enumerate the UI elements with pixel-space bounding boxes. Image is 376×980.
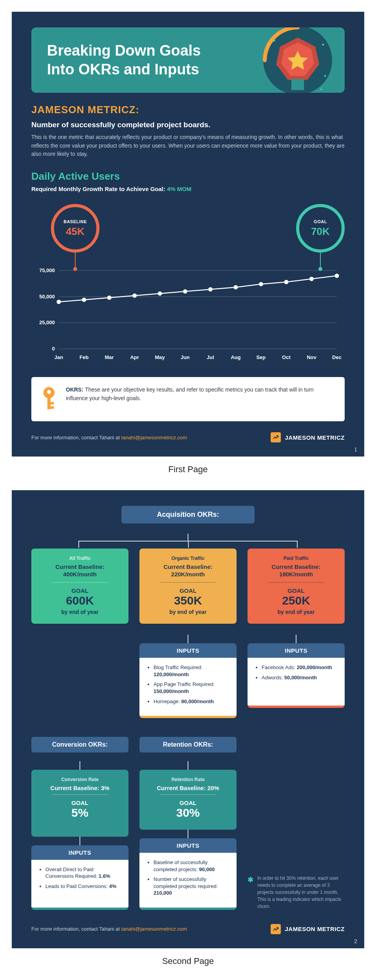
svg-rect-45 [50, 402, 54, 404]
svg-text:75,000: 75,000 [39, 267, 55, 273]
baseline-stem [75, 253, 76, 269]
svg-text:Apr: Apr [130, 354, 139, 360]
svg-point-25 [233, 285, 238, 289]
svg-text:Aug: Aug [231, 354, 240, 360]
brand-logo: JAMESON METRICZ [271, 924, 345, 934]
input-item: Blog Traffic Required: 120,000/month [154, 664, 230, 678]
input-item: App Page Traffic Required: 150,000/month [154, 681, 230, 695]
growth-rate-line: Required Monthly Growth Rate to Achieve … [31, 186, 345, 192]
footer-contact: For more information, contact Tahani at … [31, 435, 187, 440]
goal-ring: GOAL 70K [296, 204, 345, 253]
dau-chart: BASELINE 45K GOAL 70K 025,00050,00075,00… [31, 204, 345, 366]
brand-logo-icon [271, 924, 281, 934]
inputs-retention: INPUTS Baseline of successfully complete… [139, 838, 237, 910]
svg-text:Nov: Nov [307, 354, 316, 360]
input-item: Leads to Paid Conversions: 4% [45, 883, 121, 890]
svg-text:Sep: Sep [256, 354, 266, 360]
acquisition-header: Acquisition OKRs: [121, 506, 255, 523]
input-item: Facebook Ads: 200,000/month [262, 664, 338, 671]
okrs-info-box: OKRS: These are your objective key resul… [31, 377, 345, 421]
svg-point-8 [324, 75, 326, 77]
svg-text:Mar: Mar [105, 354, 114, 360]
baseline-ring: BASELINE 45K [51, 204, 99, 253]
input-item: Baseline of successfully completed proje… [154, 859, 230, 873]
input-item: Overall Direct to Paid Conversions Requi… [45, 866, 121, 880]
input-item: Homepage: 80,000/month [154, 698, 230, 705]
page-number: 2 [354, 938, 357, 944]
svg-text:Dec: Dec [332, 354, 342, 360]
card-organic-traffic: Organic Traffic Current Baseline: 220K/m… [139, 549, 237, 624]
retention-note: ✱ In order to hit 30% retention, each us… [248, 851, 345, 910]
svg-point-24 [208, 287, 213, 292]
section-title-jameson: JAMESON METRICZ: [31, 104, 345, 116]
footer-contact: For more information, contact Tahani at … [31, 926, 187, 932]
hero-title: Breaking Down Goals Into OKRs and Inputs [47, 42, 251, 79]
bottom-section: Conversion OKRs: Conversion Rate Current… [31, 737, 345, 910]
svg-marker-9 [320, 88, 322, 90]
svg-point-19 [82, 298, 86, 302]
page-1-label: First Page [12, 464, 364, 475]
goal-stem [320, 253, 321, 269]
okrs-text: OKRS: These are your objective key resul… [66, 386, 334, 402]
svg-text:Jan: Jan [54, 354, 63, 360]
svg-text:Feb: Feb [80, 354, 89, 360]
svg-text:50,000: 50,000 [39, 294, 55, 300]
svg-text:May: May [155, 354, 165, 360]
svg-point-7 [322, 43, 324, 45]
inputs-organic: INPUTS Blog Traffic Required: 120,000/mo… [139, 643, 237, 718]
section-subheading: Number of successfully completed project… [31, 121, 345, 129]
dau-title: Daily Active Users [31, 170, 345, 182]
svg-point-6 [273, 40, 275, 42]
card-conversion: Conversion Rate Current Baseline: 3% GOA… [31, 770, 128, 837]
svg-text:0: 0 [52, 346, 55, 352]
input-item: Number of successfully completed project… [154, 876, 230, 897]
retention-header: Retention OKRs: [139, 737, 237, 753]
page-footer: For more information, contact Tahani at … [31, 432, 345, 442]
page-footer: For more information, contact Tahani at … [31, 924, 345, 934]
svg-rect-44 [47, 397, 51, 410]
page-number: 1 [354, 446, 357, 453]
award-badge-icon [262, 27, 333, 93]
svg-text:Jul: Jul [207, 354, 214, 360]
section-body: This is the one metric that accurately r… [31, 133, 345, 159]
svg-point-21 [132, 294, 137, 298]
svg-point-29 [335, 274, 339, 278]
svg-point-23 [183, 289, 187, 294]
svg-text:25,000: 25,000 [39, 319, 55, 325]
svg-text:Jun: Jun [181, 354, 190, 360]
svg-point-28 [309, 277, 314, 281]
brand-logo-icon [271, 432, 281, 442]
svg-rect-46 [50, 406, 54, 409]
svg-point-43 [47, 390, 51, 394]
asterisk-icon: ✱ [248, 875, 253, 910]
connector-bar [78, 541, 298, 541]
conversion-header: Conversion OKRs: [31, 737, 128, 753]
card-paid-traffic: Paid Traffic Current Baseline: 180K/mont… [248, 549, 345, 624]
page-1: Breaking Down Goals Into OKRs and Inputs… [12, 12, 364, 457]
card-all-traffic: All Traffic Current Baseline: 400K/month… [31, 549, 128, 624]
acquisition-cards: All Traffic Current Baseline: 400K/month… [31, 549, 345, 624]
svg-point-27 [284, 280, 288, 284]
card-retention: Retention Rate Current Baseline: 20% GOA… [139, 770, 237, 830]
connector-line [188, 534, 188, 541]
input-item: Adwords: 50,000/month [262, 674, 338, 681]
key-icon [42, 386, 56, 413]
svg-text:Oct: Oct [282, 354, 291, 360]
svg-point-22 [158, 291, 162, 296]
brand-logo: JAMESON METRICZ [271, 432, 345, 442]
line-chart-svg: 025,00050,00075,000JanFebMarAprMayJunJul… [31, 263, 345, 365]
svg-point-26 [259, 282, 263, 286]
svg-point-18 [57, 300, 61, 304]
hero-banner: Breaking Down Goals Into OKRs and Inputs [31, 27, 345, 93]
inputs-paid: INPUTS Facebook Ads: 200,000/monthAdword… [248, 643, 345, 708]
page-2: Acquisition OKRs: All Traffic Current Ba… [12, 490, 364, 948]
inputs-conversion: INPUTS Overall Direct to Paid Conversion… [31, 845, 128, 910]
svg-point-20 [107, 296, 112, 300]
page-2-label: Second Page [12, 956, 364, 966]
acquisition-inputs-row: INPUTS Blog Traffic Required: 120,000/mo… [31, 635, 345, 718]
